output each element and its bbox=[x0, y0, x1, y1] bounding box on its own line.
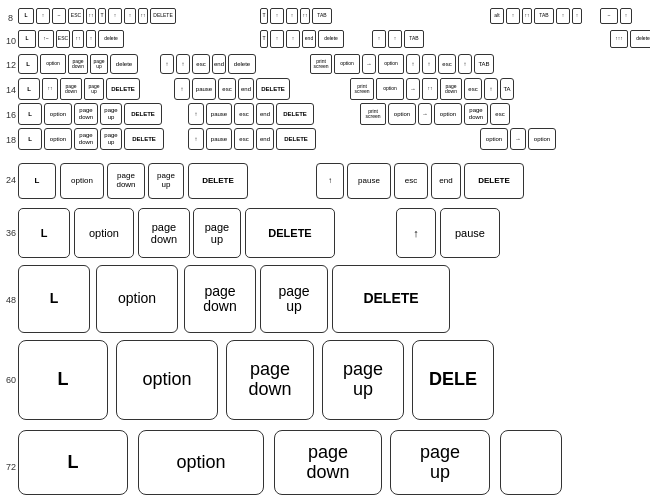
key-row16-9[interactable]: DELETE bbox=[276, 103, 314, 125]
key-row10-11[interactable]: ↑ bbox=[372, 30, 386, 48]
key-row8-0[interactable]: L bbox=[18, 8, 34, 24]
key-row14-14[interactable]: page down bbox=[440, 78, 462, 100]
key-row12-6[interactable]: ↑ bbox=[176, 54, 190, 74]
key-row18-11[interactable]: → bbox=[510, 128, 526, 150]
key-row24-8[interactable]: end bbox=[431, 163, 461, 199]
key-row72-4[interactable] bbox=[500, 430, 562, 495]
key-row16-12[interactable]: → bbox=[418, 103, 432, 125]
key-row16-10[interactable]: print screen bbox=[360, 103, 386, 125]
key-row8-17[interactable]: ↑↑ bbox=[522, 8, 532, 24]
key-row8-8[interactable]: ↑↑ bbox=[138, 8, 148, 24]
key-row12-9[interactable]: delete bbox=[228, 54, 256, 74]
key-row18-5[interactable]: ↑ bbox=[188, 128, 204, 150]
key-row12-12[interactable]: → bbox=[362, 54, 376, 74]
key-row14-0[interactable]: L bbox=[18, 78, 40, 100]
key-row12-0[interactable]: L bbox=[18, 54, 38, 74]
key-row14-12[interactable]: → bbox=[406, 78, 420, 100]
key-row12-7[interactable]: esc bbox=[192, 54, 210, 74]
key-row16-7[interactable]: esc bbox=[234, 103, 254, 125]
key-row10-9[interactable]: end bbox=[302, 30, 316, 48]
key-row8-1[interactable]: ↑ bbox=[36, 8, 50, 24]
key-row10-12[interactable]: ↑ bbox=[388, 30, 402, 48]
key-row48-0[interactable]: L bbox=[18, 265, 90, 333]
key-row12-18[interactable]: TAB bbox=[474, 54, 494, 74]
key-row12-11[interactable]: option bbox=[334, 54, 360, 74]
key-row18-4[interactable]: DELETE bbox=[124, 128, 164, 150]
key-row8-21[interactable]: ~ bbox=[600, 8, 618, 24]
key-row36-4[interactable]: DELETE bbox=[245, 208, 335, 258]
key-row8-15[interactable]: alt bbox=[490, 8, 504, 24]
key-row60-2[interactable]: page down bbox=[226, 340, 314, 420]
key-row16-11[interactable]: option bbox=[388, 103, 416, 125]
key-row8-5[interactable]: T bbox=[98, 8, 106, 24]
key-row16-14[interactable]: page down bbox=[464, 103, 488, 125]
key-row12-1[interactable]: option bbox=[40, 54, 66, 74]
key-row10-7[interactable]: ↑ bbox=[270, 30, 284, 48]
key-row14-13[interactable]: ↑↑ bbox=[422, 78, 438, 100]
key-row14-1[interactable]: ↑↑ bbox=[42, 78, 58, 100]
key-row14-3[interactable]: page up bbox=[84, 78, 104, 100]
key-row12-2[interactable]: page down bbox=[68, 54, 88, 74]
key-row16-2[interactable]: page down bbox=[74, 103, 98, 125]
key-row48-4[interactable]: DELETE bbox=[332, 265, 450, 333]
key-row24-0[interactable]: L bbox=[18, 163, 56, 199]
key-row12-15[interactable]: ↑ bbox=[422, 54, 436, 74]
key-row48-2[interactable]: page down bbox=[184, 265, 256, 333]
key-row12-17[interactable]: ↑ bbox=[458, 54, 472, 74]
key-row24-1[interactable]: option bbox=[60, 163, 104, 199]
key-row8-10[interactable]: T bbox=[260, 8, 268, 24]
key-row72-1[interactable]: option bbox=[138, 430, 264, 495]
key-row8-9[interactable]: DELETE bbox=[150, 8, 176, 24]
key-row60-3[interactable]: page up bbox=[322, 340, 404, 420]
key-row36-6[interactable]: pause bbox=[440, 208, 500, 258]
key-row14-17[interactable]: TA bbox=[500, 78, 514, 100]
key-row10-14[interactable]: ↑↑↑ bbox=[610, 30, 628, 48]
key-row18-3[interactable]: page up bbox=[100, 128, 122, 150]
key-row10-1[interactable]: ↑~ bbox=[38, 30, 54, 48]
key-row10-13[interactable]: TAB bbox=[404, 30, 424, 48]
key-row16-6[interactable]: pause bbox=[206, 103, 232, 125]
key-row10-3[interactable]: ↑↑ bbox=[72, 30, 84, 48]
key-row24-7[interactable]: esc bbox=[394, 163, 428, 199]
key-row10-10[interactable]: delete bbox=[318, 30, 344, 48]
key-row14-16[interactable]: ↑ bbox=[484, 78, 498, 100]
key-row18-6[interactable]: pause bbox=[206, 128, 232, 150]
key-row10-4[interactable]: ↑ bbox=[86, 30, 96, 48]
key-row16-1[interactable]: option bbox=[44, 103, 72, 125]
key-row72-0[interactable]: L bbox=[18, 430, 128, 495]
key-row10-2[interactable]: ESC bbox=[56, 30, 70, 48]
key-row16-0[interactable]: L bbox=[18, 103, 42, 125]
key-row8-13[interactable]: ↑↑ bbox=[300, 8, 310, 24]
key-row8-2[interactable]: ~ bbox=[52, 8, 66, 24]
key-row14-4[interactable]: DELETE bbox=[106, 78, 140, 100]
key-row14-7[interactable]: esc bbox=[218, 78, 236, 100]
key-row16-3[interactable]: page up bbox=[100, 103, 122, 125]
key-row8-7[interactable]: ↑ bbox=[124, 8, 136, 24]
key-row18-8[interactable]: end bbox=[256, 128, 274, 150]
key-row16-15[interactable]: esc bbox=[490, 103, 510, 125]
key-row12-5[interactable]: ↑ bbox=[160, 54, 174, 74]
key-row18-10[interactable]: option bbox=[480, 128, 508, 150]
key-row14-8[interactable]: end bbox=[238, 78, 254, 100]
key-row16-8[interactable]: end bbox=[256, 103, 274, 125]
key-row8-11[interactable]: ↑ bbox=[270, 8, 284, 24]
key-row24-3[interactable]: page up bbox=[148, 163, 184, 199]
key-row14-15[interactable]: esc bbox=[464, 78, 482, 100]
key-row8-18[interactable]: TAB bbox=[534, 8, 554, 24]
key-row8-20[interactable]: ↑ bbox=[572, 8, 582, 24]
key-row18-0[interactable]: L bbox=[18, 128, 42, 150]
key-row10-6[interactable]: T bbox=[260, 30, 268, 48]
key-row14-10[interactable]: print screen bbox=[350, 78, 374, 100]
key-row10-5[interactable]: delete bbox=[98, 30, 124, 48]
key-row48-3[interactable]: page up bbox=[260, 265, 328, 333]
key-row18-7[interactable]: esc bbox=[234, 128, 254, 150]
key-row14-11[interactable]: option bbox=[376, 78, 404, 100]
key-row12-3[interactable]: page up bbox=[90, 54, 108, 74]
key-row24-5[interactable]: ↑ bbox=[316, 163, 344, 199]
key-row18-9[interactable]: DELETE bbox=[276, 128, 316, 150]
key-row14-5[interactable]: ↑ bbox=[174, 78, 190, 100]
key-row72-3[interactable]: page up bbox=[390, 430, 490, 495]
key-row24-9[interactable]: DELETE bbox=[464, 163, 524, 199]
key-row36-2[interactable]: page down bbox=[138, 208, 190, 258]
key-row48-1[interactable]: option bbox=[96, 265, 178, 333]
